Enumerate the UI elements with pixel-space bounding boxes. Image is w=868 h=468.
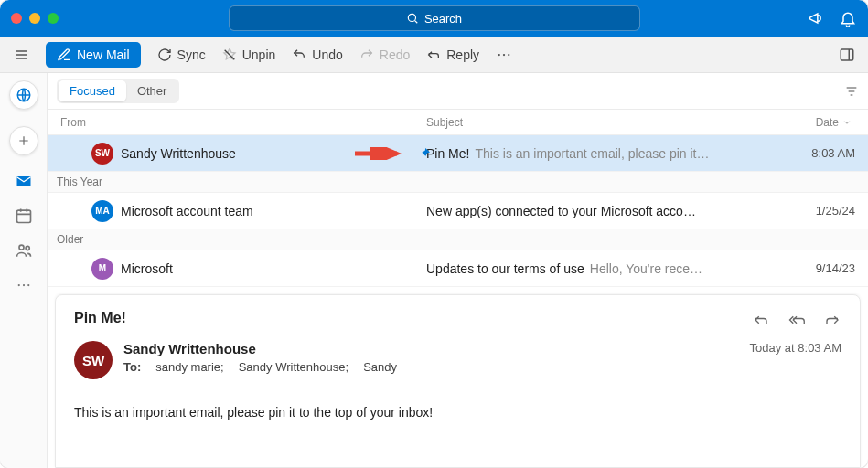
message-row-pinned[interactable]: SW Sandy Writtenhouse Pin Me! This is an… (48, 135, 868, 172)
avatar: SW (91, 143, 113, 165)
account-globe[interactable] (9, 80, 38, 110)
forward-icon[interactable] (823, 312, 841, 328)
svg-point-8 (508, 53, 509, 55)
subject: Updates to our terms of use (426, 261, 584, 276)
minimize-window[interactable] (29, 13, 40, 24)
reading-time: Today at 8:03 AM (750, 341, 841, 379)
reply-label: Reply (446, 48, 479, 62)
content-column: Focused Other From Subject Date SW Sandy… (48, 73, 868, 468)
add-account[interactable] (9, 126, 38, 155)
globe-icon (16, 87, 32, 103)
svg-point-7 (503, 53, 505, 55)
svg-point-23 (27, 284, 29, 286)
subject: New app(s) connected to your Microsoft a… (426, 204, 696, 218)
message-row[interactable]: MA Microsoft account team New app(s) con… (48, 287, 868, 291)
new-mail-label: New Mail (77, 48, 130, 62)
main: Focused Other From Subject Date SW Sandy… (0, 73, 868, 468)
svg-rect-9 (841, 49, 853, 60)
panel-toggle-icon[interactable] (839, 47, 855, 63)
reading-subject: Pin Me! (74, 310, 126, 326)
maximize-window[interactable] (48, 13, 59, 24)
menu-icon[interactable] (13, 48, 29, 62)
nav-mail[interactable] (15, 172, 33, 190)
compose-icon (57, 48, 71, 62)
col-subject[interactable]: Subject (426, 116, 782, 129)
reading-avatar: SW (74, 341, 113, 379)
reading-pane: Pin Me! SW Sandy Writtenhouse To: sandy … (55, 294, 861, 468)
from-name: Sandy Writtenhouse (121, 146, 236, 161)
col-date[interactable]: Date (782, 116, 855, 129)
undo-icon (292, 48, 306, 62)
reply-button[interactable]: Reply (426, 48, 479, 62)
recipient: Sandy Writtenhouse; (239, 360, 348, 374)
sync-button[interactable]: Sync (157, 48, 206, 62)
pin-icon[interactable] (417, 146, 432, 161)
preview: This is an important email, please pin i… (475, 146, 709, 161)
nav-people[interactable] (15, 241, 33, 260)
reply-all-icon[interactable] (787, 312, 807, 328)
tabs-row: Focused Other (48, 73, 868, 110)
redo-label: Redo (380, 48, 410, 62)
sync-icon (157, 48, 172, 62)
more-icon (16, 277, 32, 293)
svg-rect-14 (16, 176, 30, 186)
tab-other[interactable]: Other (126, 80, 178, 101)
plus-icon (17, 134, 30, 147)
svg-point-21 (17, 284, 19, 286)
reply-icon[interactable] (752, 312, 770, 328)
nav-calendar[interactable] (15, 207, 33, 225)
more-icon[interactable] (496, 47, 512, 63)
nav-more[interactable] (15, 276, 33, 294)
avatar: M (91, 258, 113, 280)
bell-icon[interactable] (839, 9, 857, 27)
megaphone-icon[interactable] (808, 9, 826, 27)
recipient: sandy marie; (155, 360, 223, 374)
undo-label: Undo (312, 48, 342, 62)
avatar: MA (91, 200, 113, 222)
undo-button[interactable]: Undo (292, 48, 342, 62)
svg-point-6 (498, 53, 500, 55)
from-name: Microsoft (121, 261, 173, 276)
svg-rect-15 (16, 210, 30, 222)
section-older: Older (48, 229, 868, 250)
col-from[interactable]: From (60, 116, 426, 129)
unpin-label: Unpin (242, 48, 276, 62)
new-mail-button[interactable]: New Mail (46, 42, 141, 68)
to-label: To: (123, 360, 141, 374)
message-row[interactable]: MA Microsoft account team New app(s) con… (48, 193, 868, 229)
date: 8:03 AM (782, 146, 855, 160)
svg-point-22 (22, 284, 24, 286)
search-icon (406, 12, 419, 25)
svg-line-1 (415, 21, 418, 24)
chevron-down-icon (842, 118, 852, 127)
column-headers: From Subject Date (48, 110, 868, 135)
unpin-icon (222, 48, 237, 62)
svg-point-19 (19, 245, 24, 250)
search-placeholder: Search (424, 12, 462, 26)
message-list: SW Sandy Writtenhouse Pin Me! This is an… (48, 135, 868, 291)
filter-icon[interactable] (844, 84, 859, 99)
search-input[interactable]: Search (229, 5, 640, 31)
message-row[interactable]: M Microsoft Updates to our terms of use … (48, 250, 868, 287)
from-name: Microsoft account team (121, 204, 253, 218)
svg-point-0 (408, 14, 415, 21)
unpin-button[interactable]: Unpin (222, 48, 276, 62)
people-icon (15, 241, 33, 260)
subject: Pin Me! (426, 146, 469, 161)
date: 1/25/24 (782, 204, 855, 218)
window-controls (11, 13, 59, 24)
preview: Hello, You're rece… (590, 261, 702, 276)
reply-icon (426, 48, 441, 62)
tab-focused[interactable]: Focused (59, 80, 126, 101)
svg-point-20 (26, 246, 29, 250)
date: 9/14/23 (782, 261, 855, 275)
sync-label: Sync (177, 48, 206, 62)
reading-body: This is an important email, please pin i… (74, 405, 841, 420)
section-this-year: This Year (48, 172, 868, 193)
reading-sender: Sandy Writtenhouse (123, 341, 739, 356)
redo-button: Redo (359, 48, 410, 62)
mail-icon (15, 172, 33, 190)
recipient: Sandy (363, 360, 397, 374)
focused-other-tabs: Focused Other (57, 79, 179, 103)
close-window[interactable] (11, 13, 22, 24)
